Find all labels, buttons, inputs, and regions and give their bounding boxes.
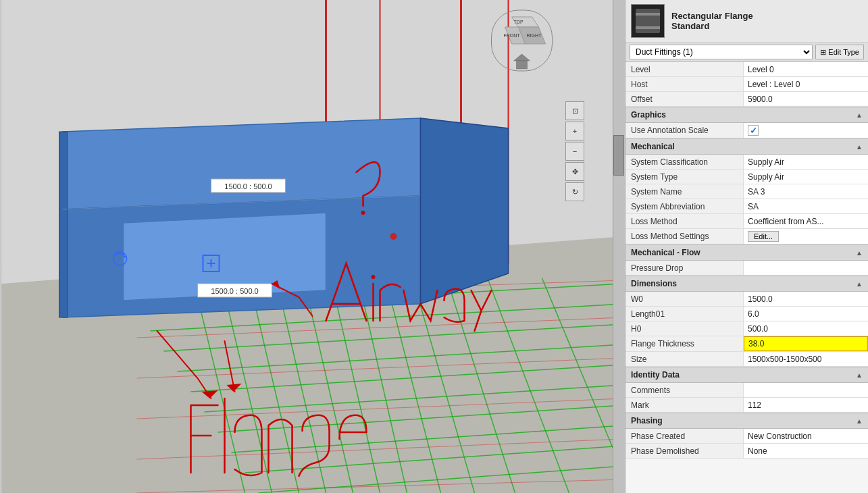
pressure-drop-row: Pressure Drop xyxy=(626,261,868,276)
comments-label: Comments xyxy=(626,383,744,397)
svg-point-51 xyxy=(372,275,376,279)
system-abbreviation-value: SA xyxy=(744,199,868,213)
panel-header: Rectangular Flange Standard xyxy=(626,0,868,43)
mechanical-section-header[interactable]: Mechanical ▲ xyxy=(626,138,868,155)
loss-method-settings-row: Loss Method Settings Edit... xyxy=(626,229,868,244)
flange-thickness-value[interactable]: 38.0 xyxy=(744,336,868,351)
annotation-scale-value[interactable]: ✓ xyxy=(744,123,868,138)
offset-label: Offset xyxy=(626,92,744,106)
length01-value[interactable]: 6.0 xyxy=(744,307,868,321)
flange-thickness-label: Flange Thickness xyxy=(626,336,744,351)
loss-method-settings-label: Loss Method Settings xyxy=(626,229,744,244)
mechanical-collapse-arrow[interactable]: ▲ xyxy=(856,143,863,151)
level-row: Level Level 0 xyxy=(626,62,868,77)
system-classification-label: System Classification xyxy=(626,155,744,169)
identity-data-section-title: Identity Data xyxy=(631,370,680,380)
level-value[interactable]: Level 0 xyxy=(744,62,868,76)
comments-value[interactable] xyxy=(744,383,868,397)
element-title-line2: Standard xyxy=(671,21,753,31)
element-type-dropdown[interactable]: Duct Fittings (1) xyxy=(630,45,813,59)
pan-btn[interactable]: ✥ xyxy=(565,162,584,181)
loss-method-value[interactable]: Coefficient from AS... xyxy=(744,214,868,228)
system-type-label: System Type xyxy=(626,170,744,184)
viewport-scrollbar[interactable] xyxy=(613,0,625,493)
dimensions-section-title: Dimensions xyxy=(631,279,677,288)
identity-data-section-header[interactable]: Identity Data ▲ xyxy=(626,367,868,383)
view-controls: ⊡ + − ✥ ↻ xyxy=(565,101,584,201)
zoom-extent-btn[interactable]: ⊡ xyxy=(565,101,584,120)
system-classification-row: System Classification Supply Air xyxy=(626,155,868,170)
svg-text:FRONT: FRONT xyxy=(503,33,520,38)
phase-demolished-value[interactable]: None xyxy=(744,444,868,458)
w0-label: W0 xyxy=(626,292,744,306)
orbit-btn[interactable]: ↻ xyxy=(565,182,584,201)
mechanical-flow-section-header[interactable]: Mechanical - Flow ▲ xyxy=(626,244,868,261)
system-type-value: Supply Air xyxy=(744,170,868,184)
size-row: Size 1500x500-1500x500 xyxy=(626,352,868,367)
phase-demolished-label: Phase Demolished xyxy=(626,444,744,458)
graphics-section-header[interactable]: Graphics ▲ xyxy=(626,107,868,123)
phase-created-row: Phase Created New Construction xyxy=(626,429,868,444)
system-type-row: System Type Supply Air xyxy=(626,170,868,184)
element-thumbnail xyxy=(631,4,665,38)
element-info: Rectangular Flange Standard xyxy=(671,11,753,31)
w0-value[interactable]: 1500.0 xyxy=(744,292,868,306)
graphics-section-title: Graphics xyxy=(631,110,666,120)
system-name-row: System Name SA 3 xyxy=(626,184,868,199)
phase-created-label: Phase Created xyxy=(626,429,744,443)
system-name-value: SA 3 xyxy=(744,184,868,199)
mechanical-flow-collapse-arrow[interactable]: ▲ xyxy=(856,249,863,257)
offset-row: Offset 5900.0 xyxy=(626,92,868,107)
svg-rect-68 xyxy=(636,26,660,29)
svg-point-52 xyxy=(361,211,365,215)
length01-row: Length01 6.0 xyxy=(626,307,868,321)
loss-method-settings-value: Edit... xyxy=(744,229,868,244)
edit-type-icon: ⊞ xyxy=(820,48,826,57)
svg-marker-37 xyxy=(421,118,509,304)
svg-text:1500.0 : 500.0: 1500.0 : 500.0 xyxy=(224,182,272,190)
mechanical-flow-section-title: Mechanical - Flow xyxy=(631,248,700,257)
phase-demolished-row: Phase Demolished None xyxy=(626,444,868,459)
mark-value[interactable]: 112 xyxy=(744,398,868,412)
phasing-section-header[interactable]: Phasing ▲ xyxy=(626,413,868,429)
properties-panel: Rectangular Flange Standard Duct Fitting… xyxy=(625,0,868,493)
dimensions-section-header[interactable]: Dimensions ▲ xyxy=(626,276,868,292)
dimensions-collapse-arrow[interactable]: ▲ xyxy=(856,280,863,288)
host-value[interactable]: Level : Level 0 xyxy=(744,77,868,91)
loss-method-row: Loss Method Coefficient from AS... xyxy=(626,214,868,229)
system-name-label: System Name xyxy=(626,184,744,199)
svg-rect-66 xyxy=(637,14,659,28)
mark-row: Mark 112 xyxy=(626,398,868,413)
edit-type-label: Edit Type xyxy=(828,48,859,56)
length01-label: Length01 xyxy=(626,307,744,321)
pressure-drop-value[interactable] xyxy=(744,261,868,275)
identity-data-collapse-arrow[interactable]: ▲ xyxy=(856,371,863,379)
w0-row: W0 1500.0 xyxy=(626,292,868,307)
system-abbreviation-row: System Abbreviation SA xyxy=(626,199,868,214)
zoom-in-btn[interactable]: + xyxy=(565,122,584,140)
svg-rect-65 xyxy=(517,61,528,69)
flange-thickness-row: Flange Thickness 38.0 xyxy=(626,336,868,352)
edit-type-button[interactable]: ⊞ Edit Type xyxy=(815,45,864,59)
h0-value[interactable]: 500.0 xyxy=(744,321,868,336)
thumbnail-image xyxy=(636,9,660,33)
graphics-collapse-arrow[interactable]: ▲ xyxy=(856,111,863,119)
svg-text:1500.0 : 500.0: 1500.0 : 500.0 xyxy=(211,287,258,295)
3d-viewport[interactable]: 1500.0 : 500.0 1500.0 : 500.0 xyxy=(0,0,625,493)
h0-row: H0 500.0 xyxy=(626,321,868,336)
scrollbar-thumb[interactable] xyxy=(613,135,624,176)
phasing-collapse-arrow[interactable]: ▲ xyxy=(856,417,863,425)
checkbox-checkmark: ✓ xyxy=(750,126,757,136)
mark-label: Mark xyxy=(626,398,744,412)
level-label: Level xyxy=(626,62,744,76)
svg-rect-38 xyxy=(59,132,68,317)
loss-method-settings-edit-button[interactable]: Edit... xyxy=(748,231,779,242)
element-title-line1: Rectangular Flange xyxy=(671,11,753,21)
annotation-scale-checkbox[interactable]: ✓ xyxy=(748,125,759,136)
offset-value[interactable]: 5900.0 xyxy=(744,92,868,106)
mechanical-section-title: Mechanical xyxy=(631,142,675,151)
zoom-out-btn[interactable]: − xyxy=(565,142,584,161)
h0-label: H0 xyxy=(626,321,744,336)
annotation-scale-label: Use Annotation Scale xyxy=(626,123,744,138)
phase-created-value[interactable]: New Construction xyxy=(744,429,868,443)
